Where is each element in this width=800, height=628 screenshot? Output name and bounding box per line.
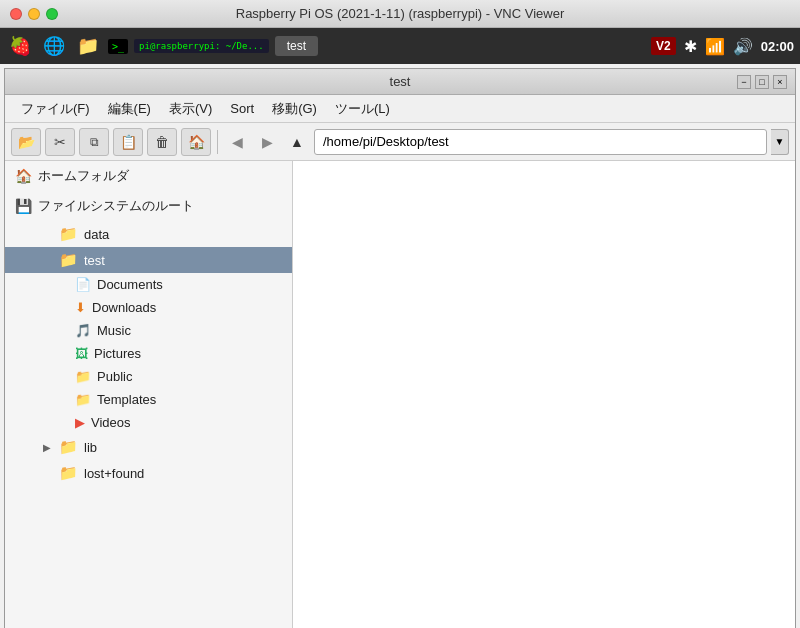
cut-button[interactable]: ✂ <box>45 128 75 156</box>
expander-documents <box>57 279 69 291</box>
folder-icon-data: 📁 <box>59 225 78 243</box>
tree-item-pictures[interactable]: 🖼 Pictures <box>5 342 292 365</box>
sidebar: 🏠 ホームフォルダ 💾 ファイルシステムのルート 📁 data <box>5 161 293 628</box>
fm-title: test <box>390 74 411 89</box>
menu-edit[interactable]: 編集(E) <box>100 97 159 121</box>
menu-sort[interactable]: Sort <box>222 98 262 119</box>
fm-window-controls: − □ × <box>737 75 787 89</box>
tree-label-music: Music <box>97 323 131 338</box>
bluetooth-icon: ✱ <box>684 37 697 56</box>
vnc-titlebar: Raspberry Pi OS (2021-1-11) (raspberrypi… <box>0 0 800 28</box>
raspberry-icon[interactable]: 🍓 <box>6 32 34 60</box>
file-area[interactable] <box>293 161 795 628</box>
folder-icon-lostfound: 📁 <box>59 464 78 482</box>
sidebar-home[interactable]: 🏠 ホームフォルダ <box>5 161 292 191</box>
tree-label-lib: lib <box>84 440 97 455</box>
toolbar: 📂 ✂ ⧉ 📋 🗑 🏠 ◀ ▶ ▲ ▼ <box>5 123 795 161</box>
terminal-icon[interactable]: >_ <box>108 39 128 54</box>
public-icon: 📁 <box>75 369 91 384</box>
up-button[interactable]: ▲ <box>284 129 310 155</box>
sidebar-root[interactable]: 💾 ファイルシステムのルート <box>5 191 292 221</box>
tree-label-lostfound: lost+found <box>84 466 144 481</box>
back-button[interactable]: ◀ <box>224 129 250 155</box>
videos-icon: ▶ <box>75 415 85 430</box>
sidebar-home-label: ホームフォルダ <box>38 167 129 185</box>
vnc-title: Raspberry Pi OS (2021-1-11) (raspberrypi… <box>236 6 564 21</box>
expander-public <box>57 371 69 383</box>
folder-icon-lib: 📁 <box>59 438 78 456</box>
taskbar-right: V2 ✱ 📶 🔊 02:00 <box>651 37 794 56</box>
address-dropdown[interactable]: ▼ <box>771 129 789 155</box>
tree-label-pictures: Pictures <box>94 346 141 361</box>
fm-close-button[interactable]: × <box>773 75 787 89</box>
file-manager: test − □ × ファイル(F) 編集(E) 表示(V) Sort 移動(G… <box>4 68 796 628</box>
tree-item-documents[interactable]: 📄 Documents <box>5 273 292 296</box>
tree-item-downloads[interactable]: ⬇ Downloads <box>5 296 292 319</box>
new-folder-button[interactable]: 📂 <box>11 128 41 156</box>
expander-data <box>41 228 53 240</box>
home-icon: 🏠 <box>15 168 32 184</box>
music-icon: 🎵 <box>75 323 91 338</box>
tree-label-documents: Documents <box>97 277 163 292</box>
volume-icon: 🔊 <box>733 37 753 56</box>
close-button[interactable] <box>10 8 22 20</box>
tree-label-videos: Videos <box>91 415 131 430</box>
expander-downloads <box>57 302 69 314</box>
delete-button[interactable]: 🗑 <box>147 128 177 156</box>
menu-view[interactable]: 表示(V) <box>161 97 220 121</box>
tree-item-test[interactable]: 📁 test <box>5 247 292 273</box>
folder-icon[interactable]: 📁 <box>74 32 102 60</box>
menu-file[interactable]: ファイル(F) <box>13 97 98 121</box>
clock: 02:00 <box>761 39 794 54</box>
tree-label-downloads: Downloads <box>92 300 156 315</box>
menubar: ファイル(F) 編集(E) 表示(V) Sort 移動(G) ツール(L) <box>5 95 795 123</box>
tree-item-lostfound[interactable]: 📁 lost+found <box>5 460 292 486</box>
tree-label-templates: Templates <box>97 392 156 407</box>
maximize-button[interactable] <box>46 8 58 20</box>
drive-icon: 💾 <box>15 198 32 214</box>
menu-go[interactable]: 移動(G) <box>264 97 325 121</box>
documents-icon: 📄 <box>75 277 91 292</box>
address-input[interactable] <box>314 129 767 155</box>
toolbar-separator <box>217 130 218 154</box>
menu-tools[interactable]: ツール(L) <box>327 97 398 121</box>
copy-button[interactable]: ⧉ <box>79 128 109 156</box>
tree-item-data[interactable]: 📁 data <box>5 221 292 247</box>
os-window: 🍓 🌐 📁 >_ pi@raspberrypi: ~/De... test V2… <box>0 28 800 628</box>
globe-icon[interactable]: 🌐 <box>40 32 68 60</box>
expander-lostfound <box>41 467 53 479</box>
tree-item-music[interactable]: 🎵 Music <box>5 319 292 342</box>
expander-music <box>57 325 69 337</box>
tree-item-public[interactable]: 📁 Public <box>5 365 292 388</box>
sidebar-root-label: ファイルシステムのルート <box>38 197 194 215</box>
folder-icon-test: 📁 <box>59 251 78 269</box>
tree-item-templates[interactable]: 📁 Templates <box>5 388 292 411</box>
sidebar-tree: 📁 data 📁 test 📄 Documents <box>5 221 292 628</box>
fm-minimize-button[interactable]: − <box>737 75 751 89</box>
window-controls <box>10 8 58 20</box>
v2-icon[interactable]: V2 <box>651 37 676 55</box>
tree-label-test: test <box>84 253 105 268</box>
app-button[interactable]: test <box>275 36 318 56</box>
paste-button[interactable]: 📋 <box>113 128 143 156</box>
expander-lib: ▶ <box>41 441 53 453</box>
forward-button[interactable]: ▶ <box>254 129 280 155</box>
os-taskbar: 🍓 🌐 📁 >_ pi@raspberrypi: ~/De... test V2… <box>0 28 800 64</box>
home-button[interactable]: 🏠 <box>181 128 211 156</box>
tree-label-data: data <box>84 227 109 242</box>
downloads-icon: ⬇ <box>75 300 86 315</box>
tree-label-public: Public <box>97 369 132 384</box>
minimize-button[interactable] <box>28 8 40 20</box>
expander-videos <box>57 417 69 429</box>
templates-icon: 📁 <box>75 392 91 407</box>
expander-templates <box>57 394 69 406</box>
wifi-icon: 📶 <box>705 37 725 56</box>
fm-maximize-button[interactable]: □ <box>755 75 769 89</box>
fm-main-area: 🏠 ホームフォルダ 💾 ファイルシステムのルート 📁 data <box>5 161 795 628</box>
fm-titlebar: test − □ × <box>5 69 795 95</box>
expander-pictures <box>57 348 69 360</box>
pictures-icon: 🖼 <box>75 346 88 361</box>
tree-item-videos[interactable]: ▶ Videos <box>5 411 292 434</box>
terminal-window[interactable]: pi@raspberrypi: ~/De... <box>134 39 269 53</box>
tree-item-lib[interactable]: ▶ 📁 lib <box>5 434 292 460</box>
